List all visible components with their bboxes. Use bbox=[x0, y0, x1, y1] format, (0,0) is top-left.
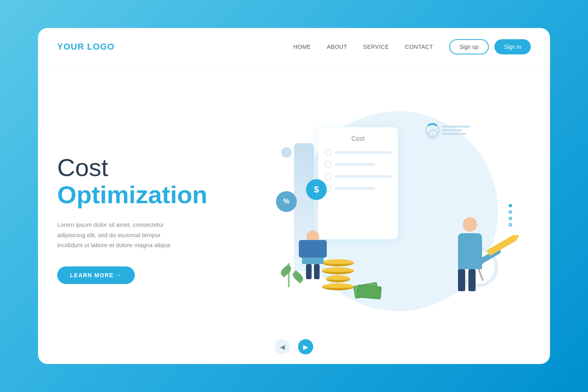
nav-contact[interactable]: CONTACT bbox=[405, 44, 433, 50]
doc-row-3 bbox=[324, 173, 392, 180]
hero-title-cost: Cost bbox=[57, 154, 187, 181]
dot-2 bbox=[509, 210, 512, 214]
p2-head bbox=[463, 217, 477, 232]
coin-1 bbox=[322, 259, 354, 266]
signin-button[interactable]: Sign in bbox=[494, 39, 531, 54]
p2-pencil bbox=[486, 234, 517, 256]
p1-legs bbox=[306, 264, 320, 279]
header: YOUR LOGO HOME ABOUT SERVICE CONTACT Sig… bbox=[38, 28, 550, 66]
illus-container: ⚙ bbox=[254, 103, 502, 327]
coins-stack bbox=[322, 259, 354, 291]
chart-bar-3 bbox=[442, 133, 466, 135]
main-card: YOUR LOGO HOME ABOUT SERVICE CONTACT Sig… bbox=[38, 28, 550, 364]
nav-arrows: ◀ ▶ bbox=[275, 339, 313, 354]
bill-2 bbox=[357, 284, 382, 299]
chart-mini bbox=[425, 123, 470, 138]
doc-checkbox bbox=[324, 173, 332, 180]
logo: YOUR LOGO bbox=[57, 42, 114, 52]
coin-3 bbox=[326, 275, 350, 282]
p1-laptop bbox=[299, 240, 327, 258]
p2-leg-right bbox=[468, 269, 476, 291]
next-button[interactable]: ▶ bbox=[298, 339, 313, 354]
doc-row-2 bbox=[324, 161, 392, 168]
p2-torso bbox=[458, 233, 482, 269]
prev-button[interactable]: ◀ bbox=[275, 339, 290, 354]
hero-left: Cost Optimization Lorem ipsum dolor sit … bbox=[38, 66, 206, 364]
doc-checkbox bbox=[324, 161, 332, 168]
hero-title-opt: Optimization bbox=[57, 181, 187, 208]
doc-panel: Cost bbox=[318, 127, 398, 239]
chart-bar-2 bbox=[442, 129, 462, 131]
hero-description: Lorem ipsum dolor sit amet, consectetur … bbox=[57, 220, 185, 250]
nav-service[interactable]: SERVICE bbox=[363, 44, 389, 50]
nav-home[interactable]: HOME bbox=[293, 44, 311, 50]
chart-donut-icon bbox=[425, 123, 440, 138]
doc-line bbox=[335, 187, 375, 190]
coin-4 bbox=[322, 283, 354, 290]
doc-line bbox=[335, 175, 392, 178]
deco-circle bbox=[281, 147, 292, 158]
dot-3 bbox=[509, 217, 512, 220]
coin-2 bbox=[322, 267, 354, 274]
chart-bars bbox=[442, 126, 470, 135]
p1-torso bbox=[302, 244, 324, 264]
nav: HOME ABOUT SERVICE CONTACT bbox=[293, 44, 433, 50]
chart-row bbox=[425, 123, 470, 138]
doc-checkbox bbox=[324, 149, 332, 156]
p2-legs bbox=[458, 269, 482, 291]
doc-row-4 bbox=[324, 185, 392, 192]
dollar-bubble: $ bbox=[306, 179, 327, 200]
nav-about[interactable]: ABOUT bbox=[327, 44, 347, 50]
learn-more-button[interactable]: LEARN MORE → bbox=[57, 266, 135, 284]
dot-1 bbox=[509, 204, 512, 207]
doc-line bbox=[335, 163, 375, 166]
p1-leg-right bbox=[314, 264, 320, 279]
plant-leaf-left bbox=[279, 264, 293, 277]
p1-leg-left bbox=[306, 264, 312, 279]
p2-leg-left bbox=[458, 269, 465, 291]
person1-figure bbox=[302, 230, 324, 279]
person2-figure bbox=[458, 217, 482, 291]
signup-button[interactable]: Sign up bbox=[449, 39, 489, 54]
plant-stem bbox=[288, 263, 290, 287]
header-buttons: Sign up Sign in bbox=[449, 39, 531, 54]
dots-indicator bbox=[509, 204, 512, 226]
doc-line bbox=[335, 151, 392, 154]
p1-body bbox=[302, 230, 324, 279]
dot-4 bbox=[509, 223, 512, 226]
main-content: Cost Optimization Lorem ipsum dolor sit … bbox=[38, 66, 550, 364]
doc-row-1 bbox=[324, 149, 392, 156]
doc-title: Cost bbox=[324, 135, 392, 142]
plant-decoration bbox=[288, 263, 290, 287]
hero-illustration: ⚙ bbox=[206, 66, 550, 364]
percent-bubble: % bbox=[276, 191, 297, 212]
chart-bar-1 bbox=[442, 126, 470, 128]
